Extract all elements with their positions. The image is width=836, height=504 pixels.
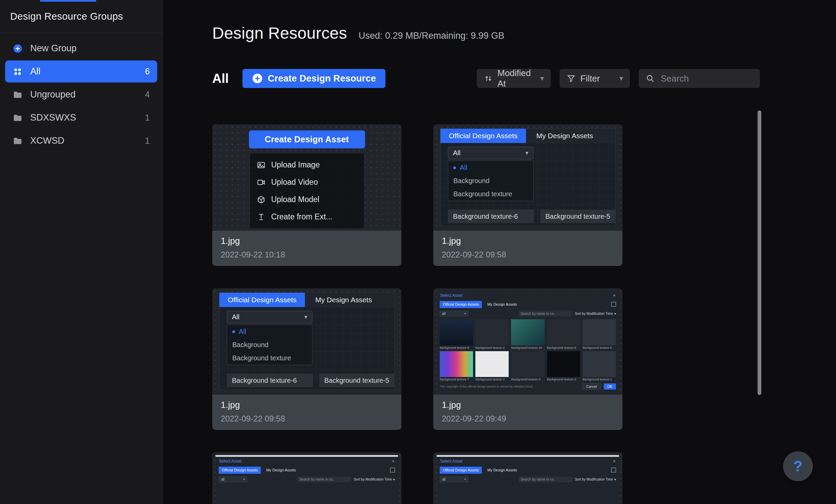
mock-asset-cell: Background texture-8: [440, 319, 473, 349]
mock-select-asset-dialog: Select Asset × Official Design Assets My…: [216, 455, 398, 504]
mock-select-asset-dialog: Select Asset × Official Design Assets My…: [437, 291, 619, 391]
search-box: [639, 69, 760, 88]
chevron-down-icon: ▾: [464, 312, 466, 315]
sidebar-item-ungrouped[interactable]: Ungrouped 4: [5, 84, 157, 106]
sidebar-item-label: All: [30, 66, 40, 77]
group-count-badge: 1: [145, 113, 150, 123]
mock-dialog-titlebar: Select Asset ×: [216, 457, 398, 465]
mock-sort-dropdown: Sort by Modification Time▾: [354, 478, 395, 481]
mock-tab-my: My Design Assets: [263, 468, 299, 472]
group-count-badge: 4: [145, 90, 150, 100]
mock-asset-label: Background texture-6: [448, 210, 534, 223]
file-date: 2022-09-22 09:58: [221, 414, 393, 424]
mock-category-dropdown: all▾: [440, 476, 468, 482]
mock-asset-thumb: [547, 351, 580, 377]
chevron-down-icon: ▾: [525, 149, 528, 157]
mock-asset-thumb: [440, 319, 473, 345]
resource-grid: Create Design Asset Upload Image Upload …: [212, 124, 640, 504]
mock-option: All: [448, 161, 533, 174]
mock-menu-item: Upload Video: [250, 174, 364, 191]
mock-dialog-title: Select Asset: [440, 459, 462, 464]
card-thumbnail: Select Asset × Official Design Assets My…: [212, 452, 401, 504]
resource-card[interactable]: Select Asset × Official Design Assets My…: [433, 452, 622, 504]
mock-search-field: Search by name or co..: [297, 476, 351, 482]
chevron-down-icon: ▾: [243, 478, 245, 481]
create-design-resource-button[interactable]: Create Design Resource: [242, 69, 386, 88]
sidebar-item-sdxswxs[interactable]: SDXSWXS 1: [5, 107, 157, 129]
sidebar-item-label: New Group: [30, 43, 77, 54]
search-icon: [646, 74, 655, 83]
plus-circle-icon: [13, 43, 23, 54]
mock-asset-thumb: [583, 351, 616, 377]
mock-tab-official: Official Design Assets: [440, 467, 482, 474]
mock-panel-body: All ▾ All Background Background texture …: [219, 307, 394, 390]
question-mark-icon: ?: [794, 458, 803, 475]
sidebar-group-list: New Group All 6 Ungrouped 4 SDXSWXS 1: [0, 33, 162, 156]
filter-dropdown[interactable]: Filter ▾: [560, 69, 630, 88]
mock-assets-panel: Official Design Assets My Design Assets …: [219, 292, 395, 390]
expand-icon: [390, 468, 395, 472]
mock-select-asset-dialog: Select Asset × Official Design Assets My…: [437, 455, 619, 504]
image-icon: [257, 161, 266, 169]
search-input[interactable]: [660, 73, 753, 84]
mock-assets-panel: Official Design Assets My Design Assets …: [440, 128, 616, 226]
card-thumbnail: Official Design Assets My Design Assets …: [433, 124, 622, 231]
sidebar-item-new-group[interactable]: New Group: [5, 37, 157, 59]
sort-dropdown-value: Modified At: [497, 68, 536, 89]
mock-asset-cell: Background texture-10: [511, 319, 544, 349]
mock-asset-thumb: [511, 351, 544, 377]
grid-icon: [13, 67, 23, 77]
scrollbar-thumb[interactable]: [758, 110, 761, 395]
mock-tab-bar: Official Design Assets My Design Assets: [219, 293, 394, 307]
mock-asset-cell: Background texture-6: [583, 319, 616, 349]
group-count-badge: 6: [145, 67, 150, 76]
mock-tab-official: Official Design Assets: [440, 301, 482, 308]
filter-dropdown-value: Filter: [580, 73, 600, 84]
resource-card[interactable]: Select Asset × Official Design Assets My…: [212, 452, 401, 504]
mock-dialog-titlebar: Select Asset ×: [437, 457, 619, 465]
mock-panel-body: All ▾ All Background Background texture …: [440, 143, 615, 226]
top-accent-bar: [40, 0, 96, 2]
folder-icon: [13, 113, 23, 123]
sort-dropdown[interactable]: Modified At ▾: [477, 69, 551, 88]
mock-option: Background texture: [448, 187, 533, 201]
chevron-down-icon: ▾: [540, 74, 544, 83]
chevron-down-icon: ▾: [619, 74, 623, 83]
mock-tab-my: My Design Assets: [526, 129, 603, 143]
resource-card[interactable]: Official Design Assets My Design Assets …: [212, 288, 401, 430]
bullet-icon: [232, 330, 235, 333]
toolbar: All Create Design Resource Modified At ▾…: [212, 69, 760, 88]
mock-menu-label: Upload Model: [271, 195, 320, 204]
mock-tab-bar: Official Design Assets My Design Assets: [216, 465, 398, 475]
chevron-down-icon: ▾: [464, 478, 466, 481]
mock-dropdown-value: All: [453, 149, 460, 157]
mock-asset-thumb: [475, 351, 509, 377]
mock-sort-dropdown: Sort by Modification Time▾: [575, 312, 616, 316]
mock-asset-label: Background texture-6: [227, 374, 313, 387]
expand-icon: [611, 468, 616, 472]
mock-tab-official: Official Design Assets: [219, 467, 261, 474]
mock-asset-thumb: [440, 351, 473, 377]
mock-asset-label: Background texture-5: [319, 374, 395, 387]
close-icon: ×: [613, 293, 616, 298]
mock-asset-cell: Background texture-2: [547, 351, 580, 381]
storage-usage-text: Used: 0.29 MB/Remaining: 9.99 GB: [359, 31, 504, 41]
bullet-icon: [453, 166, 456, 169]
card-footer: 1.jpg 2022-09-22 10:18: [212, 231, 401, 266]
sidebar-item-all[interactable]: All 6: [5, 60, 157, 83]
sort-arrows-icon: [484, 74, 493, 83]
resource-card[interactable]: Select Asset × Official Design Assets My…: [433, 288, 622, 430]
mock-category-dropdown: All ▾: [448, 147, 533, 159]
help-button[interactable]: ?: [783, 451, 813, 481]
mock-tab-my: My Design Assets: [484, 468, 520, 472]
chevron-down-icon: ▾: [393, 478, 395, 481]
file-name: 1.jpg: [442, 400, 614, 410]
resource-card[interactable]: Create Design Asset Upload Image Upload …: [212, 124, 401, 266]
sidebar-item-xcwsd[interactable]: XCWSD 1: [5, 130, 157, 152]
mock-menu-label: Create from Ext...: [271, 212, 332, 221]
card-thumbnail: Official Design Assets My Design Assets …: [212, 288, 401, 395]
resource-card[interactable]: Official Design Assets My Design Assets …: [433, 124, 622, 266]
mock-search-field: Search by name or co..: [519, 311, 572, 317]
mock-copyright-note: The copyright of the official design ass…: [440, 385, 579, 388]
video-icon: [257, 178, 266, 187]
